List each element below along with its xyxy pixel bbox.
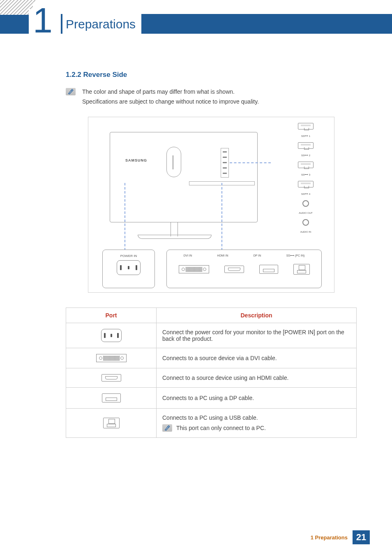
dp-port-icon	[259, 265, 278, 274]
table-row: Connects to a PC using a USB cable. This…	[66, 408, 357, 437]
footer-text: 1 Preparations	[311, 534, 348, 541]
usb-port-2-icon	[298, 142, 314, 149]
note-icon	[66, 88, 76, 95]
table-header-row: Port Description	[66, 308, 357, 323]
port-cell-dp	[66, 387, 157, 408]
section-heading: 1.2.2 Reverse Side	[66, 71, 357, 79]
monitor-stand-base	[138, 235, 212, 239]
usb-port-2-label: SS⟷ 2	[301, 154, 310, 157]
inline-note-text: This port can only connect to a PC.	[176, 425, 266, 431]
power-callout-label: POWER IN	[120, 254, 137, 258]
note-block: The color and shape of parts may differ …	[66, 87, 357, 107]
audio-in-label: AUDIO IN	[300, 231, 311, 233]
ports-callout: DVI IN HDMI IN DP IN SS⟷ (PC IN)	[166, 250, 322, 288]
usb-upstream-port-icon	[103, 418, 120, 428]
table-row: Connects to a PC using a DP cable.	[66, 387, 357, 408]
leader-line-ports	[221, 183, 222, 250]
usb-port-4-label: SS⟷ 4	[301, 192, 310, 195]
table-header-port: Port	[66, 308, 157, 323]
port-cell-usb-upstream	[66, 408, 157, 437]
desc-cell-dvi: Connects to a source device via a DVI ca…	[157, 348, 357, 368]
audio-out-jack-icon	[302, 200, 309, 207]
table-header-description: Description	[157, 308, 357, 323]
power-in-port-icon	[101, 329, 122, 342]
dvi-port-icon	[96, 354, 127, 362]
port-cell-power	[66, 323, 157, 348]
chapter-number-text: 1	[33, 0, 53, 40]
desc-cell-dp: Connects to a PC using a DP cable.	[157, 387, 357, 408]
chapter-number: 1	[33, 2, 54, 38]
usb-port-1-label: SS⟷ 1	[301, 134, 310, 137]
note-line-1: The color and shape of parts may differ …	[82, 87, 259, 97]
footer-page-number: 21	[353, 530, 370, 544]
table-row: Connect to a source device using an HDMI…	[66, 368, 357, 387]
audio-in-jack-icon	[302, 219, 309, 226]
port-cell-hdmi	[66, 368, 157, 387]
ports-callout-labels: DVI IN HDMI IN DP IN SS⟷ (PC IN)	[171, 254, 317, 257]
usb-upstream-port-icon	[293, 264, 310, 275]
dvi-port-icon	[179, 265, 209, 273]
power-callout: POWER IN	[102, 250, 155, 288]
note-icon	[162, 424, 172, 432]
chapter-title: Preparations	[62, 13, 141, 34]
hdmi-port-icon	[224, 266, 244, 273]
monitor-outline	[110, 132, 258, 222]
note-line-2: Specifications are subject to change wit…	[82, 97, 259, 107]
port-description-table: Port Description Connect the power cord …	[66, 308, 357, 438]
desc-cell-hdmi: Connect to a source device using an HDMI…	[157, 368, 357, 387]
ports-callout-icons	[171, 264, 317, 275]
monitor-hinge	[166, 147, 181, 177]
content-area: 1.2.2 Reverse Side The color and shape o…	[66, 71, 357, 438]
usb-pc-label: SS⟷ (PC IN)	[286, 254, 305, 257]
dp-label: DP IN	[254, 254, 261, 257]
hdmi-label: HDMI IN	[217, 254, 228, 257]
page-footer: 1 Preparations 21	[311, 530, 370, 544]
port-cell-dvi	[66, 348, 157, 368]
hdmi-port-icon	[101, 374, 121, 382]
leader-line-side	[230, 162, 271, 163]
usb-port-1-icon	[298, 123, 314, 130]
reverse-side-diagram: SAMSUNG SS⟷ 1 SS⟷ 2 SS⟷ 3 SS⟷ 4 AUDIO OU…	[88, 117, 334, 293]
power-in-port-icon	[117, 260, 141, 275]
usb-port-3-label: SS⟷ 3	[301, 173, 310, 176]
desc-cell-power: Connect the power cord for your monitor …	[157, 323, 357, 348]
table-row: Connects to a source device via a DVI ca…	[66, 348, 357, 368]
audio-out-label: AUDIO OUT	[299, 212, 312, 214]
dvi-label: DVI IN	[184, 254, 192, 257]
leader-line-power	[125, 183, 125, 250]
monitor-stand-neck	[171, 222, 178, 236]
desc-cell-usb-upstream: Connects to a PC using a USB cable. This…	[157, 408, 357, 437]
usb-port-4-icon	[298, 181, 314, 187]
dp-port-icon	[102, 393, 121, 402]
monitor-brand-label: SAMSUNG	[125, 158, 147, 162]
usb-port-3-icon	[298, 162, 314, 168]
desc-usb-text: Connects to a PC using a USB cable.	[162, 414, 258, 421]
inline-note: This port can only connect to a PC.	[162, 424, 350, 432]
table-row: Connect the power cord for your monitor …	[66, 323, 357, 348]
note-text: The color and shape of parts may differ …	[82, 87, 259, 107]
monitor-back-panel	[221, 148, 229, 178]
side-port-column: SS⟷ 1 SS⟷ 2 SS⟷ 3 SS⟷ 4 AUDIO OUT AUDIO …	[290, 123, 322, 233]
